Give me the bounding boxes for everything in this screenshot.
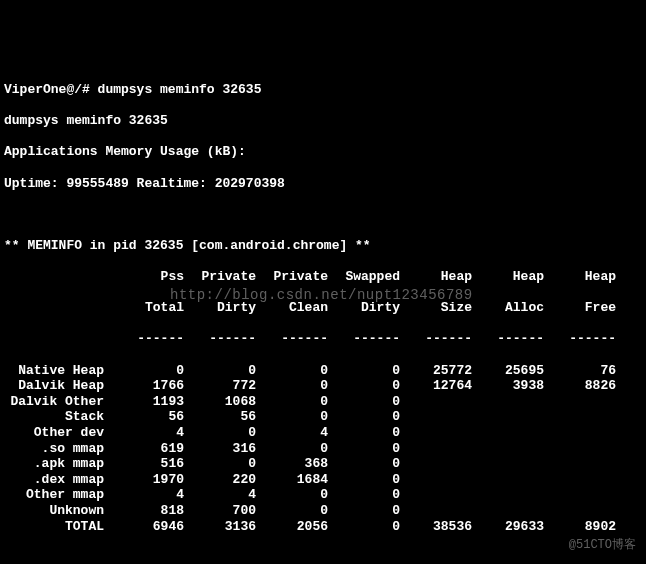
table-row: Dalvik Other1193106800 <box>4 394 642 410</box>
table-row: Native Heap0000257722569576 <box>4 363 642 379</box>
table-divider: ----------------------------------------… <box>4 331 642 347</box>
uptime-line: Uptime: 99555489 Realtime: 202970398 <box>4 176 642 192</box>
table-row: .so mmap61931600 <box>4 441 642 457</box>
table-row: Dalvik Heap1766772001276439388826 <box>4 378 642 394</box>
echo-line: dumpsys meminfo 32635 <box>4 113 642 129</box>
terminal-output: ViperOne@/# dumpsys meminfo 32635 dumpsy… <box>4 66 642 564</box>
table-header-1: PssPrivatePrivateSwappedHeapHeapHeap <box>4 269 642 285</box>
table-row: .apk mmap51603680 <box>4 456 642 472</box>
table-row: Unknown81870000 <box>4 503 642 519</box>
table-row: .dex mmap197022016840 <box>4 472 642 488</box>
table-row: Stack565600 <box>4 409 642 425</box>
table-header-2: TotalDirtyCleanDirtySizeAllocFree <box>4 300 642 316</box>
table-row: Other dev4040 <box>4 425 642 441</box>
prompt-line[interactable]: ViperOne@/# dumpsys meminfo 32635 <box>4 82 642 98</box>
meminfo-header: ** MEMINFO in pid 32635 [com.android.chr… <box>4 238 642 254</box>
table-row: Other mmap4400 <box>4 487 642 503</box>
table-row: TOTAL694631362056038536296338902 <box>4 519 642 535</box>
app-header: Applications Memory Usage (kB): <box>4 144 642 160</box>
